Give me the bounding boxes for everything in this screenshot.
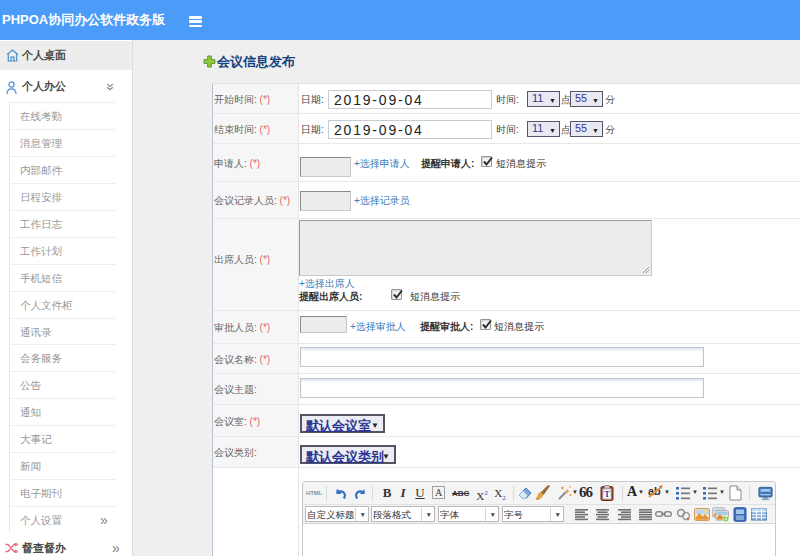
svg-text:T: T [604, 489, 610, 499]
